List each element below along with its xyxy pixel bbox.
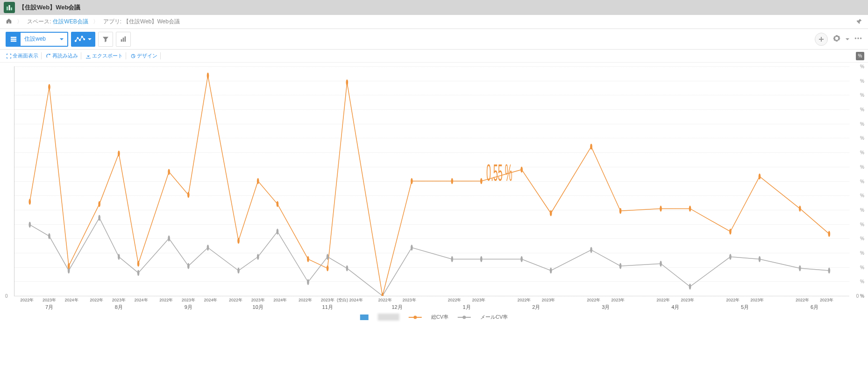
app-header: 【住設Web】Web会議 — [0, 0, 868, 15]
bar-year-label: 2023年 — [321, 297, 334, 303]
bar-year-label: 2023年 — [611, 297, 625, 303]
percent-badge[interactable]: % — [856, 52, 864, 60]
month-label: 2月 — [532, 304, 540, 311]
bar-year-label: 2023年 — [43, 297, 56, 303]
view-selector-label: 住設web — [21, 35, 67, 43]
graph-button[interactable] — [71, 32, 95, 47]
svg-point-8 — [79, 39, 81, 41]
svg-rect-5 — [11, 40, 16, 42]
svg-point-16 — [855, 37, 856, 39]
bar-year-label: 2024年 — [135, 297, 148, 303]
bar-year-label: 2022年 — [587, 297, 600, 303]
chart-legend: 総CV率 メールCV率 — [360, 314, 508, 321]
legend-gray-label: メールCV率 — [480, 314, 508, 321]
svg-rect-0 — [7, 7, 8, 10]
bar-year-label: 2022年 — [90, 297, 103, 303]
month-label: 9月 — [185, 304, 192, 311]
month-label: 3月 — [602, 304, 610, 311]
breadcrumb-app: 【住設Web】Web会議 — [123, 18, 180, 26]
legend-orange-swatch — [409, 317, 422, 318]
export-label: エクスポート — [92, 52, 123, 59]
chart-plot: %%%%%%%%%%%%%%%%%00 % 2022年2023年2024年7月2… — [14, 66, 849, 296]
app-title: 【住設Web】Web会議 — [19, 3, 80, 12]
svg-point-18 — [860, 37, 861, 39]
breadcrumb-space-link[interactable]: 住設WEB会議 — [53, 18, 88, 26]
svg-point-9 — [81, 36, 83, 37]
svg-rect-1 — [9, 5, 10, 10]
home-icon[interactable] — [6, 18, 12, 26]
svg-point-7 — [77, 37, 78, 38]
bar-year-label: 2023年 — [820, 297, 833, 303]
bar-year-label: 2024年 — [65, 297, 78, 303]
breadcrumb-space-prefix: スペース: — [27, 18, 51, 26]
chart: %%%%%%%%%%%%%%%%%00 % 2022年2023年2024年7月2… — [0, 63, 868, 324]
month-label: 7月 — [45, 304, 53, 311]
month-label: 12月 — [391, 304, 402, 311]
bar-year-label: 2024年 — [273, 297, 287, 303]
bar-year-label: 2022年 — [517, 297, 531, 303]
breadcrumb: 〉 スペース: 住設WEB会議 〉 アプリ: 【住設Web】Web会議 — [0, 15, 868, 29]
bar-year-label: 2023年 — [472, 297, 485, 303]
month-label: 5月 — [741, 304, 749, 311]
breadcrumb-app-prefix: アプリ: — [103, 18, 121, 26]
chevron-down-icon[interactable] — [846, 38, 849, 42]
svg-rect-4 — [11, 38, 16, 40]
legend-bar-swatch — [360, 315, 369, 320]
bar-year-label: 2023年 — [403, 297, 416, 303]
bar-year-label: 2022年 — [656, 297, 670, 303]
bar-year-label: 2023年 — [681, 297, 694, 303]
bar-chart-button[interactable] — [116, 32, 131, 47]
chevron-down-icon — [88, 38, 92, 42]
gear-icon[interactable] — [832, 34, 841, 44]
bar-year-label: (空白) 2024年 — [337, 297, 363, 303]
toolbar: 住設web — [0, 29, 868, 50]
breadcrumb-sep: 〉 — [17, 18, 22, 26]
design-action[interactable]: デザイン — [128, 52, 161, 59]
pin-icon[interactable] — [857, 18, 862, 25]
svg-point-6 — [75, 40, 76, 42]
svg-point-17 — [857, 37, 859, 39]
bar-year-label: 2023年 — [112, 297, 126, 303]
fullscreen-action[interactable]: 全画面表示 — [4, 52, 42, 59]
reload-action[interactable]: 再読み込み — [43, 52, 81, 59]
bar-year-label: 2022年 — [448, 297, 461, 303]
app-icon — [4, 2, 15, 13]
breadcrumb-sep: 〉 — [93, 18, 99, 26]
reload-label: 再読み込み — [52, 52, 78, 59]
bar-year-label: 2022年 — [229, 297, 242, 303]
fullscreen-label: 全画面表示 — [13, 52, 38, 59]
bar-year-label: 2022年 — [726, 297, 740, 303]
chart-actions: 全画面表示 再読み込み エクスポート デザイン % — [0, 50, 868, 63]
svg-rect-12 — [123, 37, 124, 42]
bar-year-label: 2024年 — [204, 297, 217, 303]
view-selector[interactable]: 住設web — [6, 32, 68, 47]
svg-rect-2 — [11, 7, 12, 10]
svg-rect-15 — [819, 39, 824, 40]
more-icon[interactable] — [854, 34, 862, 44]
design-label: デザイン — [137, 52, 157, 59]
legend-orange-label: 総CV率 — [431, 314, 448, 321]
svg-rect-3 — [11, 36, 16, 38]
month-label: 4月 — [671, 304, 679, 311]
export-action[interactable]: エクスポート — [83, 52, 126, 59]
svg-point-10 — [84, 38, 85, 40]
legend-gray-swatch — [458, 317, 471, 318]
bar-year-label: 2022年 — [159, 297, 173, 303]
bar-year-label: 2022年 — [796, 297, 809, 303]
month-label: 6月 — [811, 304, 818, 311]
bar-year-label: 2023年 — [251, 297, 265, 303]
legend-bar-label — [378, 314, 399, 321]
svg-rect-13 — [125, 36, 126, 41]
month-label: 11月 — [322, 304, 333, 311]
bar-year-label: 2023年 — [750, 297, 764, 303]
grid-icon — [7, 33, 21, 46]
add-button[interactable] — [815, 33, 828, 46]
bar-year-label: 2022年 — [20, 297, 34, 303]
bar-year-label: 2022年 — [378, 297, 392, 303]
month-label: 10月 — [253, 304, 263, 311]
month-label: 8月 — [115, 304, 123, 311]
month-label: 1月 — [462, 304, 470, 311]
filter-button[interactable] — [98, 32, 113, 47]
bar-year-label: 2022年 — [299, 297, 312, 303]
svg-rect-11 — [121, 39, 122, 42]
